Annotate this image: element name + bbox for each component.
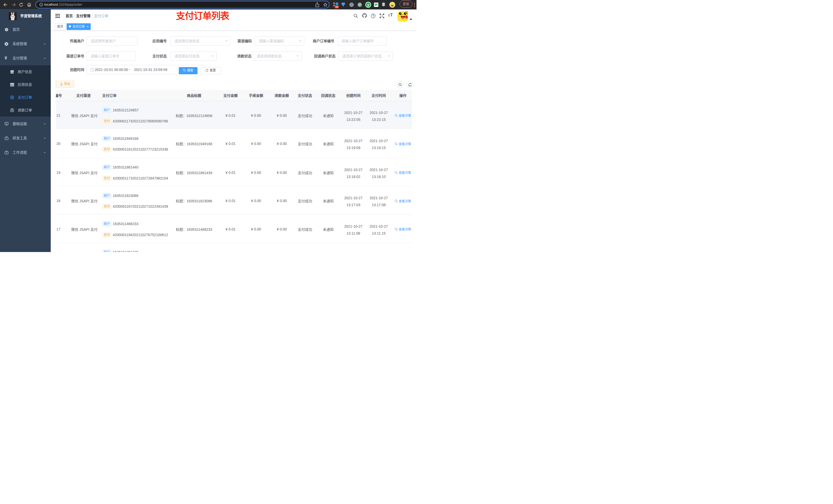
svg-text:y: y [367,3,370,7]
svg-text:⌘: ⌘ [351,3,353,6]
